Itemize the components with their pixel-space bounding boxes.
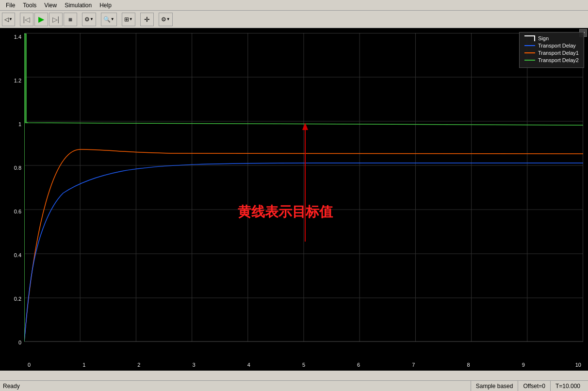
y-label-06: 0.6 <box>0 209 21 214</box>
legend-delay2-icon <box>524 52 535 53</box>
step-fwd-btn[interactable]: ▷| <box>49 13 63 26</box>
rewind-btn[interactable]: |◁ <box>20 13 33 26</box>
y-label-02: 0.2 <box>0 296 21 302</box>
menu-simulation[interactable]: Simulation <box>61 1 96 10</box>
fit-icon: ⊞ <box>124 16 129 23</box>
zoom-dropdown-arrow: ▼ <box>111 17 114 21</box>
config-icon: ⚙ <box>84 16 90 23</box>
menu-tools[interactable]: Tools <box>19 1 40 10</box>
sample-based-status: Sample based <box>471 381 518 391</box>
annotation-text: 黄线表示目标值 <box>238 203 333 221</box>
x-tick-1: 1 <box>79 362 89 368</box>
legend-delay2-label: Transport Delay1 <box>538 50 579 56</box>
config-dropdown-arrow: ▼ <box>90 17 94 21</box>
x-tick-9: 9 <box>519 362 528 368</box>
cursor-btn[interactable]: ✛ <box>140 13 154 26</box>
offset-status: Offset=0 <box>518 381 550 391</box>
menu-file[interactable]: File <box>2 1 19 10</box>
menu-view[interactable]: View <box>40 1 61 10</box>
legend-sign-label: Sign <box>538 35 549 41</box>
y-label-14: 1.4 <box>0 34 21 40</box>
legend-delay2: Transport Delay1 <box>524 50 579 56</box>
legend-delay3-label: Transport Delay2 <box>538 57 579 63</box>
plot-container: ⤢ 1.4 1.2 1 0.8 0.6 0.4 0.2 0 <box>0 28 588 371</box>
x-tick-0: 0 <box>24 362 34 368</box>
legend-delay3: Transport Delay2 <box>524 57 579 63</box>
back-dropdown[interactable]: ◁ ▼ <box>2 13 15 26</box>
menu-help[interactable]: Help <box>96 1 115 10</box>
back-icon: ◁ <box>4 16 9 23</box>
x-tick-8: 8 <box>464 362 474 368</box>
zoom-icon: 🔍 <box>103 16 111 23</box>
menubar: File Tools View Simulation Help <box>0 0 588 11</box>
time-status: T=10.000 <box>550 381 585 391</box>
status-ready: Ready <box>3 383 471 390</box>
legend-delay1-icon <box>524 45 535 46</box>
y-label-10: 1 <box>0 121 21 127</box>
zoom-dropdown[interactable]: 🔍 ▼ <box>101 13 117 26</box>
fit-dropdown[interactable]: ⊞ ▼ <box>122 13 135 26</box>
settings-dropdown-arrow: ▼ <box>166 17 170 21</box>
status-right-group: Sample based Offset=0 T=10.000 <box>471 381 585 391</box>
y-label-04: 0.4 <box>0 252 21 258</box>
legend-sign: Sign <box>524 35 579 41</box>
y-label-00: 0 <box>0 340 21 345</box>
legend: Sign Transport Delay Transport Delay1 Tr… <box>519 32 584 68</box>
dropdown-arrow: ▼ <box>9 17 13 21</box>
settings-dropdown[interactable]: ⚙ ▼ <box>159 13 173 26</box>
y-label-12: 1.2 <box>0 78 21 83</box>
toolbar: ◁ ▼ |◁ ▶ ▷| ■ ⚙ ▼ 🔍 ▼ ⊞ ▼ ✛ ⚙ ▼ <box>0 11 588 28</box>
x-tick-3: 3 <box>189 362 199 368</box>
settings-icon: ⚙ <box>161 16 166 23</box>
stop-btn[interactable]: ■ <box>64 13 77 26</box>
x-axis-labels: 0 1 2 3 4 5 6 7 8 9 10 <box>24 362 583 368</box>
x-tick-4: 4 <box>244 362 254 368</box>
x-tick-5: 5 <box>299 362 309 368</box>
config-dropdown[interactable]: ⚙ ▼ <box>82 13 96 26</box>
plot-svg <box>24 33 583 356</box>
x-tick-10: 10 <box>573 362 583 368</box>
legend-delay1: Transport Delay <box>524 43 579 49</box>
run-btn[interactable]: ▶ <box>34 13 48 26</box>
legend-delay1-label: Transport Delay <box>538 43 576 49</box>
legend-sign-icon <box>524 35 535 41</box>
x-tick-7: 7 <box>408 362 418 368</box>
fit-dropdown-arrow: ▼ <box>129 17 133 21</box>
statusbar: Ready Sample based Offset=0 T=10.000 <box>0 380 588 391</box>
x-tick-6: 6 <box>354 362 363 368</box>
x-tick-2: 2 <box>134 362 144 368</box>
y-label-08: 0.8 <box>0 165 21 171</box>
legend-delay3-icon <box>524 60 535 61</box>
